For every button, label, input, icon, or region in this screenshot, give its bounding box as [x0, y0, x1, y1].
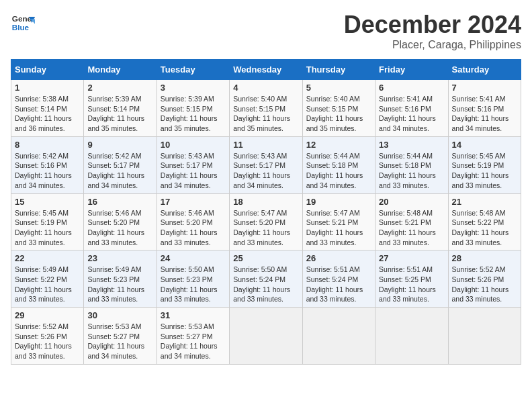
cell-info: Sunrise: 5:47 AMSunset: 5:20 PMDaylight:…	[233, 208, 298, 248]
day-number: 18	[233, 197, 298, 207]
day-number: 30	[87, 310, 152, 320]
calendar-cell: 21Sunrise: 5:48 AMSunset: 5:22 PMDayligh…	[448, 193, 521, 250]
calendar-cell: 31Sunrise: 5:53 AMSunset: 5:27 PMDayligh…	[157, 308, 229, 365]
cell-info: Sunrise: 5:38 AMSunset: 5:14 PMDaylight:…	[15, 94, 80, 134]
calendar-cell	[302, 308, 375, 365]
calendar-cell: 3Sunrise: 5:39 AMSunset: 5:15 PMDaylight…	[157, 80, 229, 137]
location: Placer, Caraga, Philippines	[344, 39, 521, 51]
calendar-cell: 9Sunrise: 5:42 AMSunset: 5:17 PMDaylight…	[84, 136, 157, 193]
svg-text:Blue: Blue	[12, 23, 30, 32]
calendar-cell: 15Sunrise: 5:45 AMSunset: 5:19 PMDayligh…	[11, 193, 84, 250]
cell-info: Sunrise: 5:46 AMSunset: 5:20 PMDaylight:…	[87, 208, 152, 248]
cell-info: Sunrise: 5:48 AMSunset: 5:21 PMDaylight:…	[379, 208, 444, 248]
calendar-cell: 2Sunrise: 5:39 AMSunset: 5:14 PMDaylight…	[84, 80, 157, 137]
logo-icon: General Blue	[11, 11, 35, 35]
col-tuesday: Tuesday	[157, 60, 229, 80]
calendar-cell: 7Sunrise: 5:41 AMSunset: 5:16 PMDaylight…	[448, 80, 521, 137]
cell-info: Sunrise: 5:43 AMSunset: 5:17 PMDaylight:…	[233, 151, 298, 191]
calendar-cell: 20Sunrise: 5:48 AMSunset: 5:21 PMDayligh…	[375, 193, 448, 250]
calendar-cell: 27Sunrise: 5:51 AMSunset: 5:25 PMDayligh…	[375, 250, 448, 308]
calendar-cell: 8Sunrise: 5:42 AMSunset: 5:16 PMDaylight…	[11, 136, 84, 193]
calendar-row: 1Sunrise: 5:38 AMSunset: 5:14 PMDaylight…	[11, 80, 521, 137]
day-number: 24	[161, 253, 226, 263]
cell-info: Sunrise: 5:51 AMSunset: 5:24 PMDaylight:…	[306, 265, 371, 304]
day-number: 16	[87, 197, 152, 207]
calendar-cell: 4Sunrise: 5:40 AMSunset: 5:15 PMDaylight…	[230, 80, 302, 137]
cell-info: Sunrise: 5:40 AMSunset: 5:15 PMDaylight:…	[233, 94, 298, 134]
cell-info: Sunrise: 5:45 AMSunset: 5:19 PMDaylight:…	[15, 208, 80, 248]
cell-info: Sunrise: 5:42 AMSunset: 5:17 PMDaylight:…	[87, 151, 152, 191]
cell-info: Sunrise: 5:40 AMSunset: 5:15 PMDaylight:…	[306, 94, 371, 134]
calendar-cell: 23Sunrise: 5:49 AMSunset: 5:23 PMDayligh…	[84, 250, 157, 308]
day-number: 12	[306, 140, 371, 150]
day-number: 20	[379, 197, 444, 207]
title-area: December 2024 Placer, Caraga, Philippine…	[344, 11, 521, 51]
cell-info: Sunrise: 5:44 AMSunset: 5:18 PMDaylight:…	[306, 151, 371, 191]
day-number: 5	[306, 83, 371, 93]
calendar-table: Sunday Monday Tuesday Wednesday Thursday…	[11, 59, 521, 365]
calendar-cell: 19Sunrise: 5:47 AMSunset: 5:21 PMDayligh…	[302, 193, 375, 250]
calendar-cell: 16Sunrise: 5:46 AMSunset: 5:20 PMDayligh…	[84, 193, 157, 250]
cell-info: Sunrise: 5:50 AMSunset: 5:23 PMDaylight:…	[161, 265, 226, 304]
col-friday: Friday	[375, 60, 448, 80]
calendar-row: 22Sunrise: 5:49 AMSunset: 5:22 PMDayligh…	[11, 250, 521, 308]
calendar-row: 29Sunrise: 5:52 AMSunset: 5:26 PMDayligh…	[11, 308, 521, 365]
cell-info: Sunrise: 5:39 AMSunset: 5:14 PMDaylight:…	[87, 94, 152, 134]
calendar-cell: 25Sunrise: 5:50 AMSunset: 5:24 PMDayligh…	[230, 250, 302, 308]
day-number: 4	[233, 83, 298, 93]
cell-info: Sunrise: 5:43 AMSunset: 5:17 PMDaylight:…	[161, 151, 226, 191]
calendar-cell: 5Sunrise: 5:40 AMSunset: 5:15 PMDaylight…	[302, 80, 375, 137]
cell-info: Sunrise: 5:41 AMSunset: 5:16 PMDaylight:…	[452, 94, 517, 134]
calendar-row: 15Sunrise: 5:45 AMSunset: 5:19 PMDayligh…	[11, 193, 521, 250]
day-number: 1	[15, 83, 80, 93]
calendar-cell: 12Sunrise: 5:44 AMSunset: 5:18 PMDayligh…	[302, 136, 375, 193]
cell-info: Sunrise: 5:52 AMSunset: 5:26 PMDaylight:…	[452, 265, 517, 304]
cell-info: Sunrise: 5:53 AMSunset: 5:27 PMDaylight:…	[87, 322, 152, 361]
day-number: 21	[452, 197, 517, 207]
calendar-header-row: Sunday Monday Tuesday Wednesday Thursday…	[11, 60, 521, 80]
day-number: 22	[15, 253, 80, 263]
day-number: 8	[15, 140, 80, 150]
col-wednesday: Wednesday	[230, 60, 302, 80]
day-number: 29	[15, 310, 80, 320]
calendar-cell: 24Sunrise: 5:50 AMSunset: 5:23 PMDayligh…	[157, 250, 229, 308]
calendar-cell: 22Sunrise: 5:49 AMSunset: 5:22 PMDayligh…	[11, 250, 84, 308]
calendar-cell	[448, 308, 521, 365]
day-number: 28	[452, 253, 517, 263]
day-number: 10	[161, 140, 226, 150]
calendar-cell: 29Sunrise: 5:52 AMSunset: 5:26 PMDayligh…	[11, 308, 84, 365]
day-number: 9	[87, 140, 152, 150]
day-number: 2	[87, 83, 152, 93]
calendar-cell: 1Sunrise: 5:38 AMSunset: 5:14 PMDaylight…	[11, 80, 84, 137]
calendar-cell: 18Sunrise: 5:47 AMSunset: 5:20 PMDayligh…	[230, 193, 302, 250]
cell-info: Sunrise: 5:46 AMSunset: 5:20 PMDaylight:…	[161, 208, 226, 248]
calendar-cell: 28Sunrise: 5:52 AMSunset: 5:26 PMDayligh…	[448, 250, 521, 308]
calendar-cell: 17Sunrise: 5:46 AMSunset: 5:20 PMDayligh…	[157, 193, 229, 250]
cell-info: Sunrise: 5:45 AMSunset: 5:19 PMDaylight:…	[452, 151, 517, 191]
day-number: 27	[379, 253, 444, 263]
cell-info: Sunrise: 5:49 AMSunset: 5:23 PMDaylight:…	[87, 265, 152, 304]
col-saturday: Saturday	[448, 60, 521, 80]
cell-info: Sunrise: 5:49 AMSunset: 5:22 PMDaylight:…	[15, 265, 80, 304]
calendar-cell: 14Sunrise: 5:45 AMSunset: 5:19 PMDayligh…	[448, 136, 521, 193]
logo: General Blue	[11, 11, 35, 35]
day-number: 14	[452, 140, 517, 150]
day-number: 15	[15, 197, 80, 207]
page-header: General Blue December 2024 Placer, Carag…	[11, 11, 521, 51]
day-number: 19	[306, 197, 371, 207]
calendar-cell: 26Sunrise: 5:51 AMSunset: 5:24 PMDayligh…	[302, 250, 375, 308]
cell-info: Sunrise: 5:51 AMSunset: 5:25 PMDaylight:…	[379, 265, 444, 304]
cell-info: Sunrise: 5:50 AMSunset: 5:24 PMDaylight:…	[233, 265, 298, 304]
day-number: 6	[379, 83, 444, 93]
cell-info: Sunrise: 5:42 AMSunset: 5:16 PMDaylight:…	[15, 151, 80, 191]
cell-info: Sunrise: 5:39 AMSunset: 5:15 PMDaylight:…	[161, 94, 226, 134]
cell-info: Sunrise: 5:52 AMSunset: 5:26 PMDaylight:…	[15, 322, 80, 361]
cell-info: Sunrise: 5:44 AMSunset: 5:18 PMDaylight:…	[379, 151, 444, 191]
calendar-cell: 13Sunrise: 5:44 AMSunset: 5:18 PMDayligh…	[375, 136, 448, 193]
day-number: 3	[161, 83, 226, 93]
day-number: 17	[161, 197, 226, 207]
cell-info: Sunrise: 5:53 AMSunset: 5:27 PMDaylight:…	[161, 322, 226, 361]
calendar-cell: 6Sunrise: 5:41 AMSunset: 5:16 PMDaylight…	[375, 80, 448, 137]
day-number: 25	[233, 253, 298, 263]
calendar-row: 8Sunrise: 5:42 AMSunset: 5:16 PMDaylight…	[11, 136, 521, 193]
